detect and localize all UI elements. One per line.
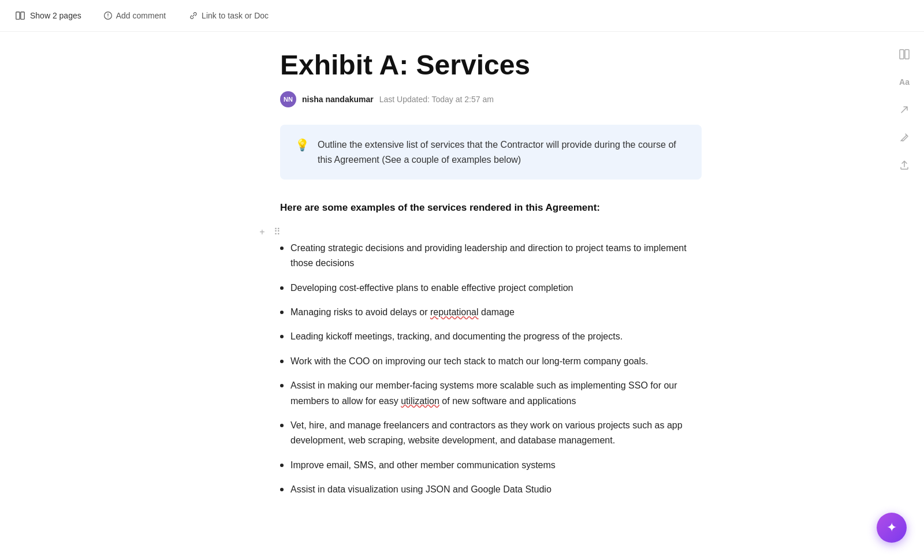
layout-icon[interactable]: [896, 46, 912, 62]
list-item-text: Improve email, SMS, and other member com…: [290, 458, 556, 473]
underline-word: utilization: [401, 396, 439, 406]
bullet-dot: [280, 335, 284, 338]
svg-rect-1: [21, 12, 24, 20]
document-content: Exhibit A: Services NN nisha nandakumar …: [188, 32, 736, 542]
add-comment-button[interactable]: Add comment: [99, 9, 170, 23]
bullet-dot: [280, 247, 284, 250]
svg-rect-0: [16, 12, 20, 20]
document-title: Exhibit A: Services: [280, 49, 702, 81]
author-avatar: NN: [280, 91, 296, 107]
list-item: Managing risks to avoid delays or reputa…: [280, 305, 702, 320]
show-pages-label: Show 2 pages: [30, 11, 81, 20]
add-block-button[interactable]: +: [256, 226, 269, 238]
list-item: Creating strategic decisions and providi…: [280, 241, 702, 271]
pages-icon: [15, 10, 25, 21]
bullet-dot: [280, 360, 284, 363]
underline-word: reputational: [430, 307, 479, 317]
block-actions: + ⠿: [256, 226, 702, 238]
author-name: nisha nandakumar: [302, 95, 374, 104]
export-link-icon[interactable]: [896, 102, 912, 118]
add-comment-label: Add comment: [116, 11, 166, 20]
fab-icon: ✦: [886, 520, 897, 535]
bullet-dot: [280, 286, 284, 290]
callout-lightbulb-icon: 💡: [295, 138, 310, 152]
show-pages-button[interactable]: Show 2 pages: [12, 8, 85, 23]
callout-text: Outline the extensive list of services t…: [318, 137, 687, 167]
list-item-text: Developing cost-effective plans to enabl…: [290, 281, 573, 296]
author-row: NN nisha nandakumar Last Updated: Today …: [280, 91, 702, 107]
block-with-actions: + ⠿ Creating strategic decisions and pro…: [280, 226, 702, 498]
bullet-dot: [280, 488, 284, 491]
list-item-text: Leading kickoff meetings, tracking, and …: [290, 329, 623, 344]
callout-box: 💡 Outline the extensive list of services…: [280, 125, 702, 180]
last-updated: Last Updated: Today at 2:57 am: [379, 95, 494, 104]
bullet-dot: [280, 424, 284, 427]
bullet-dot: [280, 311, 284, 314]
comment-icon: [103, 11, 113, 20]
share-icon[interactable]: [896, 157, 912, 173]
link-icon: [189, 11, 198, 20]
annotation-icon[interactable]: [896, 129, 912, 145]
drag-handle-button[interactable]: ⠿: [271, 226, 284, 238]
services-list: Creating strategic decisions and providi…: [280, 241, 702, 498]
bullet-dot: [280, 384, 284, 387]
ai-assistant-fab[interactable]: ✦: [877, 513, 907, 543]
section-heading: Here are some examples of the services r…: [280, 200, 702, 215]
link-task-label: Link to task or Doc: [202, 11, 269, 20]
svg-rect-5: [900, 50, 904, 59]
right-sidebar: Aa: [896, 46, 912, 173]
bullet-dot: [280, 464, 284, 467]
font-size-icon[interactable]: Aa: [896, 74, 912, 90]
list-item-text: Assist in making our member-facing syste…: [290, 378, 702, 409]
list-item: Improve email, SMS, and other member com…: [280, 458, 702, 473]
list-item-text: Assist in data visualization using JSON …: [290, 482, 552, 497]
svg-rect-6: [905, 50, 909, 59]
list-item-text: Managing risks to avoid delays or reputa…: [290, 305, 515, 320]
toolbar: Show 2 pages Add comment Link to task or…: [0, 0, 924, 32]
list-item: Developing cost-effective plans to enabl…: [280, 281, 702, 296]
list-item: Work with the COO on improving our tech …: [280, 354, 702, 369]
list-item-text: Creating strategic decisions and providi…: [290, 241, 702, 271]
list-item: Assist in making our member-facing syste…: [280, 378, 702, 409]
list-item: Vet, hire, and manage freelancers and co…: [280, 418, 702, 449]
link-task-button[interactable]: Link to task or Doc: [184, 9, 273, 23]
list-item-text: Vet, hire, and manage freelancers and co…: [290, 418, 702, 449]
list-item: Assist in data visualization using JSON …: [280, 482, 702, 497]
list-item-text: Work with the COO on improving our tech …: [290, 354, 649, 369]
svg-point-4: [107, 17, 108, 17]
list-item: Leading kickoff meetings, tracking, and …: [280, 329, 702, 344]
